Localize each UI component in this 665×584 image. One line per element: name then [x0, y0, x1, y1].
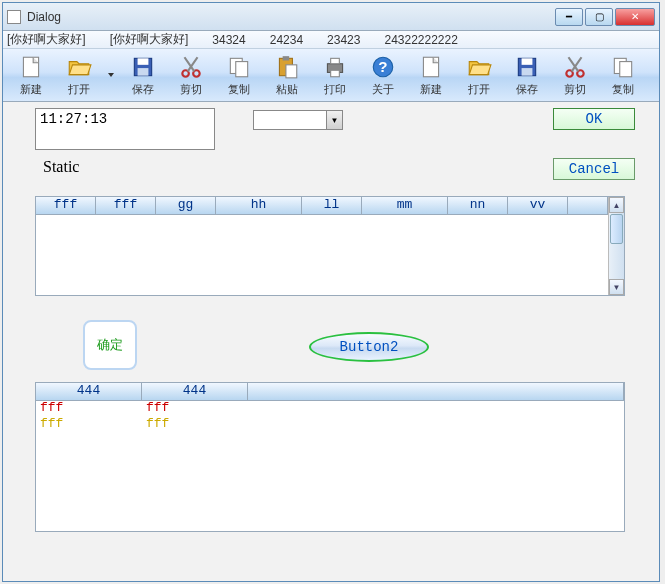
- toolbar-copy-button-13[interactable]: 复制: [599, 51, 647, 99]
- button2[interactable]: Button2: [309, 332, 429, 362]
- grid1-header-3[interactable]: hh: [216, 197, 302, 215]
- toolbar-paste-button-6[interactable]: 粘贴: [263, 51, 311, 99]
- time-display: 11:27:13: [35, 108, 215, 150]
- scroll-down-icon[interactable]: ▼: [609, 279, 624, 295]
- svg-rect-12: [331, 58, 340, 63]
- svg-rect-13: [331, 70, 340, 77]
- grid1-header-spare: [568, 197, 608, 215]
- toolbar-label: 打印: [324, 82, 346, 97]
- paste-icon: [273, 53, 301, 81]
- svg-rect-18: [522, 58, 533, 65]
- open-icon: [465, 53, 493, 81]
- svg-rect-19: [522, 68, 533, 76]
- toolbar-help-button-8[interactable]: ?关于: [359, 51, 407, 99]
- toolbar-label: 打开: [468, 82, 490, 97]
- grid2-header-spare: [248, 383, 624, 401]
- grid2-cell: fff: [142, 417, 248, 433]
- svg-rect-0: [23, 57, 38, 77]
- toolbar-cut-button-4[interactable]: 剪切: [167, 51, 215, 99]
- toolbar-save-button-11[interactable]: 保存: [503, 51, 551, 99]
- save-icon: [129, 53, 157, 81]
- menu-item-0[interactable]: [你好啊大家好]: [7, 31, 86, 48]
- toolbar-label: 剪切: [180, 82, 202, 97]
- cancel-button[interactable]: Cancel: [553, 158, 635, 180]
- grid2-cell: fff: [36, 401, 142, 417]
- window-buttons: ━ ▢ ✕: [555, 8, 655, 26]
- table-row[interactable]: ffffff: [36, 417, 624, 433]
- scroll-up-icon[interactable]: ▲: [609, 197, 624, 213]
- new-icon: [17, 53, 45, 81]
- toolbar-label: 新建: [20, 82, 42, 97]
- svg-rect-2: [138, 58, 149, 65]
- toolbar-copy-button-5[interactable]: 复制: [215, 51, 263, 99]
- svg-rect-10: [286, 65, 297, 78]
- window-title: Dialog: [27, 10, 555, 24]
- close-button[interactable]: ✕: [615, 8, 655, 26]
- toolbar-label: 打开: [68, 82, 90, 97]
- toolbar-label: 关于: [372, 82, 394, 97]
- grid1-header-7[interactable]: vv: [508, 197, 568, 215]
- grid1-header-6[interactable]: nn: [448, 197, 508, 215]
- dialog-window: Dialog ━ ▢ ✕ [你好啊大家好] [你好啊大家好] 34324 242…: [2, 2, 660, 582]
- ok-button[interactable]: OK: [553, 108, 635, 130]
- toolbar-label: 复制: [228, 82, 250, 97]
- grid-top-body: [36, 215, 608, 295]
- toolbar-print-button-7[interactable]: 打印: [311, 51, 359, 99]
- toolbar-cut-button-12[interactable]: 剪切: [551, 51, 599, 99]
- confirm-button[interactable]: 确定: [83, 320, 137, 370]
- svg-rect-9: [283, 56, 290, 60]
- scrollbar[interactable]: ▲ ▼: [608, 197, 624, 295]
- toolbar-new-button-9[interactable]: 新建: [407, 51, 455, 99]
- toolbar-save-button-3[interactable]: 保存: [119, 51, 167, 99]
- toolbar-label: 剪切: [564, 82, 586, 97]
- menu-item-4[interactable]: 23423: [327, 33, 360, 47]
- copy-icon: [609, 53, 637, 81]
- open-icon: [65, 53, 93, 81]
- grid2-cell: fff: [142, 401, 248, 417]
- static-label: Static: [43, 158, 79, 176]
- toolbar-label: 复制: [612, 82, 634, 97]
- scroll-thumb[interactable]: [610, 214, 623, 244]
- grid1-header-0[interactable]: fff: [36, 197, 96, 215]
- cut-icon: [561, 53, 589, 81]
- grid1-header-1[interactable]: fff: [96, 197, 156, 215]
- menu-item-3[interactable]: 24234: [270, 33, 303, 47]
- svg-rect-23: [620, 62, 632, 77]
- svg-rect-16: [423, 57, 438, 77]
- grid2-header-1[interactable]: 444: [142, 383, 248, 401]
- save-icon: [513, 53, 541, 81]
- toolbar-label: 新建: [420, 82, 442, 97]
- cut-icon: [177, 53, 205, 81]
- content-area: 11:27:13 Static ▼ OK Cancel ffffffgghhll…: [3, 102, 659, 581]
- grid1-header-5[interactable]: mm: [362, 197, 448, 215]
- print-icon: [321, 53, 349, 81]
- toolbar-dropdown[interactable]: [103, 51, 119, 99]
- minimize-button[interactable]: ━: [555, 8, 583, 26]
- toolbar-new-button-0[interactable]: 新建: [7, 51, 55, 99]
- toolbar-open-button-1[interactable]: 打开: [55, 51, 103, 99]
- grid1-header-4[interactable]: ll: [302, 197, 362, 215]
- svg-rect-3: [138, 68, 149, 76]
- grid1-header-2[interactable]: gg: [156, 197, 216, 215]
- toolbar-label: 保存: [516, 82, 538, 97]
- menu-item-5[interactable]: 24322222222: [384, 33, 457, 47]
- svg-text:?: ?: [378, 58, 387, 75]
- titlebar[interactable]: Dialog ━ ▢ ✕: [3, 3, 659, 31]
- menubar: [你好啊大家好] [你好啊大家好] 34324 24234 23423 2432…: [3, 31, 659, 49]
- grid-bottom[interactable]: 444444 ffffffffffff: [35, 382, 625, 532]
- combobox[interactable]: ▼: [253, 110, 343, 130]
- copy-icon: [225, 53, 253, 81]
- grid2-cell: fff: [36, 417, 142, 433]
- toolbar-open-button-10[interactable]: 打开: [455, 51, 503, 99]
- maximize-button[interactable]: ▢: [585, 8, 613, 26]
- grid2-header-0[interactable]: 444: [36, 383, 142, 401]
- table-row[interactable]: ffffff: [36, 401, 624, 417]
- menu-item-2[interactable]: 34324: [212, 33, 245, 47]
- chevron-down-icon[interactable]: ▼: [326, 111, 342, 129]
- grid-top[interactable]: ffffffgghhllmmnnvv ▲ ▼: [35, 196, 625, 296]
- svg-rect-7: [236, 62, 248, 77]
- help-icon: ?: [369, 53, 397, 81]
- toolbar-label: 保存: [132, 82, 154, 97]
- new-icon: [417, 53, 445, 81]
- menu-item-1[interactable]: [你好啊大家好]: [110, 31, 189, 48]
